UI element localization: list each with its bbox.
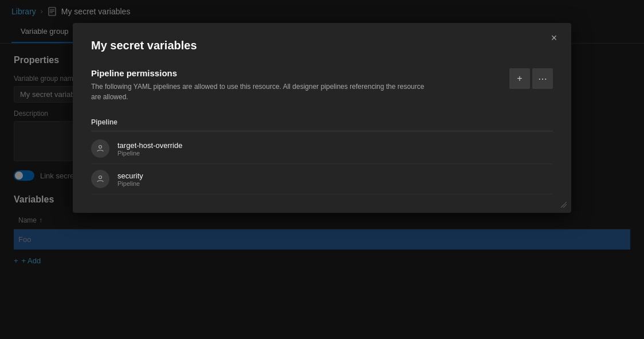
pipeline-permissions-modal: × My secret variables Pipeline permissio… [73,23,571,213]
svg-point-15 [99,176,102,179]
pipeline-item-name-2: security [117,172,143,180]
add-pipeline-button[interactable]: + [509,68,530,89]
pipeline-item-info-1: target-host-override Pipeline [117,141,182,157]
more-options-button[interactable]: ⋯ [532,68,553,89]
list-item[interactable]: security Pipeline [91,164,553,194]
pp-description: The following YAML pipelines are allowed… [91,81,435,102]
modal-close-button[interactable]: × [546,30,562,46]
pipeline-item-icon-1 [91,139,109,158]
list-item[interactable]: target-host-override Pipeline [91,134,553,164]
pp-title: Pipeline permissions [91,68,435,78]
pp-actions: + ⋯ [509,68,553,89]
modal-title: My secret variables [91,39,553,52]
pipeline-item-type-2: Pipeline [117,180,143,187]
pipeline-list: target-host-override Pipeline security P… [91,134,553,194]
pipeline-item-type-1: Pipeline [117,150,182,157]
modal-overlay: × My secret variables Pipeline permissio… [0,0,644,339]
pipeline-col-header: Pipeline [91,114,553,131]
pipeline-permissions-section: Pipeline permissions The following YAML … [91,68,553,102]
pipeline-item-name-1: target-host-override [117,141,182,150]
resize-handle[interactable] [559,200,567,209]
pipeline-item-icon-2 [91,170,109,188]
pp-text-block: Pipeline permissions The following YAML … [91,68,435,102]
pipeline-item-info-2: security Pipeline [117,172,143,187]
svg-point-14 [99,146,102,149]
